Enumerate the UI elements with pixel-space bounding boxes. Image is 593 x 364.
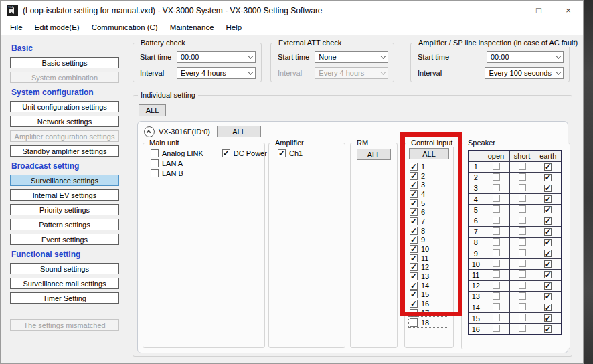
- speaker-6-open-checkbox[interactable]: [493, 217, 500, 224]
- speaker-11-open-checkbox[interactable]: [493, 270, 500, 278]
- speaker-1-open-checkbox[interactable]: [493, 163, 500, 170]
- battery-check-interval-select[interactable]: Every 4 hours: [177, 67, 256, 79]
- speaker-2-short-checkbox[interactable]: [519, 173, 526, 181]
- menu-item-file[interactable]: File: [4, 22, 29, 33]
- speaker-10-short-checkbox[interactable]: [519, 260, 526, 267]
- checkbox-ch1[interactable]: ✓ Ch1: [278, 149, 345, 157]
- control-input-10-checkbox[interactable]: ✓: [410, 245, 418, 253]
- speaker-8-open-checkbox[interactable]: [493, 238, 500, 246]
- sidebar-item-internal-ev-settings[interactable]: Internal EV settings: [10, 189, 119, 201]
- amplifier-sp-line-inspection-in-case-of-ac-fault-interval-select[interactable]: Every 100 seconds: [485, 67, 564, 79]
- menu-item-maintenance[interactable]: Maintenance: [164, 22, 220, 33]
- collapse-icon[interactable]: [144, 126, 155, 137]
- control-input-4-checkbox[interactable]: ✓: [410, 190, 418, 198]
- ch1-checkbox[interactable]: ✓: [278, 149, 286, 157]
- speaker-3-short-checkbox[interactable]: [519, 184, 526, 191]
- speaker-12-open-checkbox[interactable]: [493, 282, 500, 289]
- speaker-4-earth-checkbox[interactable]: ✓: [544, 195, 552, 203]
- control-input-all-button[interactable]: ALL: [409, 148, 449, 159]
- speaker-4-short-checkbox[interactable]: [519, 195, 526, 202]
- speaker-2-earth-checkbox[interactable]: ✓: [544, 174, 552, 181]
- speaker-14-open-checkbox[interactable]: [493, 303, 500, 310]
- control-input-7-checkbox[interactable]: ✓: [410, 217, 418, 225]
- control-input-15-checkbox[interactable]: ✓: [410, 290, 418, 298]
- sidebar-item-pattern-settings[interactable]: Pattern settings: [10, 219, 119, 230]
- speaker-6-short-checkbox[interactable]: [519, 217, 526, 224]
- control-input-9-checkbox[interactable]: ✓: [410, 236, 418, 244]
- speaker-11-earth-checkbox[interactable]: ✓: [544, 271, 552, 278]
- speaker-16-open-checkbox[interactable]: [493, 325, 500, 332]
- sidebar-item-unit-configuration-settings[interactable]: Unit configuration settings: [10, 101, 119, 112]
- sidebar-item-surveillance-mail-settings[interactable]: Surveillance mail settings: [10, 278, 119, 289]
- dc-power-checkbox[interactable]: ✓: [222, 149, 230, 157]
- battery-check-start-time-select[interactable]: 00:00: [177, 51, 256, 63]
- individual-all-button[interactable]: ALL: [139, 104, 166, 116]
- checkbox-lan-a[interactable]: LAN A: [151, 159, 203, 167]
- sidebar-item-priority-settings[interactable]: Priority settings: [10, 204, 119, 215]
- sidebar-item-basic-settings[interactable]: Basic settings: [10, 57, 119, 68]
- speaker-11-short-checkbox[interactable]: [519, 270, 526, 278]
- speaker-13-earth-checkbox[interactable]: ✓: [544, 293, 552, 300]
- control-input-5-checkbox[interactable]: ✓: [410, 199, 418, 207]
- speaker-13-short-checkbox[interactable]: [519, 292, 526, 300]
- speaker-14-short-checkbox[interactable]: [519, 303, 526, 310]
- speaker-5-earth-checkbox[interactable]: ✓: [544, 206, 552, 213]
- checkbox-dc-power[interactable]: ✓ DC Power: [222, 149, 267, 157]
- speaker-5-short-checkbox[interactable]: [519, 205, 526, 213]
- sidebar-item-event-settings[interactable]: Event settings: [10, 234, 119, 245]
- checkbox-analog-link[interactable]: Analog LINK: [151, 149, 203, 157]
- control-input-13-checkbox[interactable]: ✓: [410, 272, 418, 280]
- speaker-8-short-checkbox[interactable]: [519, 238, 526, 246]
- sidebar-item-network-settings[interactable]: Network settings: [10, 116, 119, 127]
- control-input-6-checkbox[interactable]: ✓: [410, 208, 418, 216]
- control-input-14-checkbox[interactable]: ✓: [410, 282, 418, 290]
- control-input-3-checkbox[interactable]: ✓: [410, 181, 418, 189]
- speaker-15-open-checkbox[interactable]: [493, 314, 500, 321]
- speaker-13-open-checkbox[interactable]: [493, 292, 500, 300]
- speaker-3-earth-checkbox[interactable]: ✓: [544, 185, 552, 192]
- speaker-15-short-checkbox[interactable]: [519, 314, 526, 321]
- sidebar-item-standby-amplifier-settings[interactable]: Standby amplifier settings: [10, 145, 119, 157]
- speaker-12-earth-checkbox[interactable]: ✓: [544, 282, 552, 290]
- control-input-16-checkbox[interactable]: ✓: [410, 300, 418, 308]
- amplifier-sp-line-inspection-in-case-of-ac-fault-start-time-select[interactable]: 00:00: [487, 51, 564, 63]
- checkbox-lan-b[interactable]: LAN B: [151, 169, 203, 177]
- speaker-2-open-checkbox[interactable]: [493, 173, 500, 181]
- sidebar-item-surveillance-settings[interactable]: Surveillance settings: [10, 175, 119, 186]
- lan-b-checkbox[interactable]: [151, 169, 159, 177]
- control-input-12-checkbox[interactable]: ✓: [410, 263, 418, 271]
- speaker-14-earth-checkbox[interactable]: ✓: [544, 304, 552, 311]
- rm-all-button[interactable]: ALL: [357, 149, 391, 160]
- speaker-3-open-checkbox[interactable]: [493, 184, 500, 191]
- unit-all-button[interactable]: ALL: [217, 126, 261, 137]
- minimize-icon[interactable]: –: [495, 1, 524, 20]
- speaker-10-earth-checkbox[interactable]: ✓: [544, 260, 552, 268]
- menu-item-edit-mode-e[interactable]: Edit mode(E): [29, 22, 86, 33]
- speaker-8-earth-checkbox[interactable]: ✓: [544, 239, 552, 246]
- speaker-9-short-checkbox[interactable]: [519, 249, 526, 256]
- speaker-15-earth-checkbox[interactable]: ✓: [544, 314, 552, 322]
- analog-link-checkbox[interactable]: [151, 149, 159, 157]
- speaker-16-earth-checkbox[interactable]: ✓: [544, 325, 552, 333]
- speaker-1-earth-checkbox[interactable]: ✓: [544, 163, 552, 171]
- menu-item-communication-c[interactable]: Communication (C): [86, 22, 164, 33]
- speaker-9-open-checkbox[interactable]: [493, 249, 500, 256]
- control-input-2-checkbox[interactable]: ✓: [410, 172, 418, 180]
- speaker-7-earth-checkbox[interactable]: ✓: [544, 228, 552, 236]
- speaker-7-open-checkbox[interactable]: [493, 227, 500, 235]
- close-icon[interactable]: ×: [554, 1, 583, 20]
- control-input-1-checkbox[interactable]: ✓: [410, 163, 418, 171]
- control-input-11-checkbox[interactable]: ✓: [410, 254, 418, 262]
- control-input-17-checkbox[interactable]: [410, 309, 418, 317]
- speaker-10-open-checkbox[interactable]: [493, 260, 500, 267]
- sidebar-item-sound-settings[interactable]: Sound settings: [10, 263, 119, 274]
- speaker-4-open-checkbox[interactable]: [493, 195, 500, 202]
- speaker-12-short-checkbox[interactable]: [519, 282, 526, 289]
- speaker-9-earth-checkbox[interactable]: ✓: [544, 250, 552, 257]
- control-input-18-checkbox[interactable]: [410, 318, 418, 327]
- control-input-8-checkbox[interactable]: ✓: [410, 227, 418, 235]
- sidebar-item-timer-setting[interactable]: Timer Setting: [10, 292, 119, 304]
- speaker-7-short-checkbox[interactable]: [519, 227, 526, 235]
- maximize-icon[interactable]: □: [524, 1, 554, 20]
- menu-item-help[interactable]: Help: [220, 22, 248, 33]
